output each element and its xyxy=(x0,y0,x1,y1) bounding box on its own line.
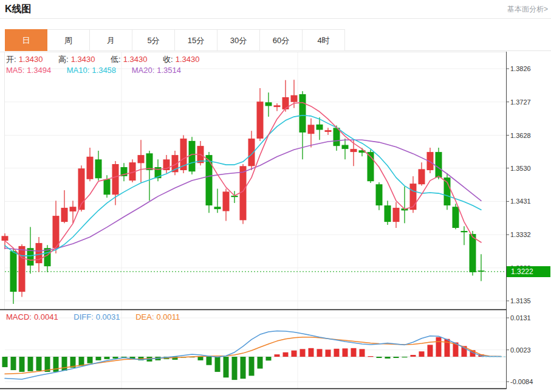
macd-bar-positive xyxy=(368,356,374,357)
macd-bar-negative xyxy=(377,357,382,358)
macd-bar-positive xyxy=(317,349,323,357)
macd-row: MACD:0.0041 DIFF:0.0031 DEA:0.0011 xyxy=(6,312,182,322)
macd-bar-positive xyxy=(351,348,357,357)
candle-body-down xyxy=(95,159,102,178)
candle-body-up xyxy=(70,207,77,211)
axis-tick-label: 1.3826 xyxy=(510,65,531,72)
close-label: 收: xyxy=(163,55,173,64)
candle-body-up xyxy=(351,149,357,152)
ma20-value: 1.3514 xyxy=(157,66,181,75)
candle-body-up xyxy=(36,243,43,263)
candle-body-up xyxy=(282,97,289,109)
candle-body-down xyxy=(478,270,485,272)
macd-bar-positive xyxy=(419,351,425,357)
macd-bar-positive xyxy=(360,349,365,357)
diff-label: DIFF: xyxy=(74,312,94,322)
axis-tick-label: 1.3727 xyxy=(510,98,531,106)
macd-value: 0.0041 xyxy=(34,312,58,322)
candle-body-down xyxy=(470,234,476,272)
macd-bar-positive xyxy=(343,348,348,357)
axis-tick-label: -0.0084 xyxy=(510,378,533,385)
macd-bar-negative xyxy=(394,357,399,358)
macd-bar-negative xyxy=(385,357,391,359)
candle-body-up xyxy=(53,216,60,248)
high-value: 1.3430 xyxy=(71,55,95,64)
candle-body-down xyxy=(436,152,442,177)
macd-bar-negative xyxy=(266,357,272,360)
macd-bar-positive xyxy=(428,345,433,357)
current-price-tag: 1.3222 xyxy=(507,266,550,277)
macd-bar-positive xyxy=(411,355,416,357)
candle-body-down xyxy=(146,153,153,170)
macd-bar-negative xyxy=(215,357,221,372)
macd-bar-negative xyxy=(11,357,16,370)
candle-body-up xyxy=(291,95,298,102)
candle-body-up xyxy=(61,208,68,222)
macd-bar-negative xyxy=(96,357,101,360)
ma20-label: MA20: xyxy=(132,66,155,75)
macd-bar-negative xyxy=(87,357,93,363)
macd-bar-negative xyxy=(249,357,255,376)
axis-tick-label: 1.3628 xyxy=(510,132,531,139)
ma5-label: MA5: xyxy=(6,66,24,75)
candle-body-down xyxy=(44,248,51,266)
ma-row: MA5:1.3494 MA10:1.3458 MA20:1.3514 xyxy=(6,66,183,75)
macd-bar-negative xyxy=(198,357,204,360)
candle-body-up xyxy=(223,191,230,211)
ma5-value: 1.3494 xyxy=(27,66,51,75)
macd-bar-negative xyxy=(62,357,67,371)
candle-body-up xyxy=(325,130,332,132)
axis-tick-label: 0.0023 xyxy=(510,346,531,354)
macd-bar-negative xyxy=(113,357,118,359)
candle-body-down xyxy=(317,125,323,130)
candle-body-down xyxy=(10,251,17,292)
candle-body-down xyxy=(299,94,306,132)
candle-body-up xyxy=(308,125,315,134)
macd-bar-negative xyxy=(19,357,25,372)
macd-bar-negative xyxy=(207,357,212,365)
candle-body-up xyxy=(419,169,425,184)
open-value: 1.3430 xyxy=(19,55,43,64)
high-label: 高: xyxy=(58,55,69,64)
candle-body-down xyxy=(342,145,349,150)
candle-body-up xyxy=(393,208,400,222)
macd-bar-positive xyxy=(436,337,442,357)
low-label: 低: xyxy=(111,55,121,64)
candle-body-up xyxy=(2,236,9,241)
candle-body-down xyxy=(461,231,468,232)
candle-body-down xyxy=(104,179,111,194)
diff-value: 0.0031 xyxy=(96,312,120,322)
dea-value: 0.0011 xyxy=(157,312,180,322)
candle-body-down xyxy=(214,207,221,209)
candle-body-up xyxy=(19,246,26,292)
macd-bar-negative xyxy=(2,357,8,367)
dea-label: DEA: xyxy=(135,312,154,322)
candle-body-up xyxy=(410,184,417,210)
ohlc-row: 开:1.3430 高:1.3430 低:1.3430 收:1.3430 xyxy=(6,54,202,65)
candle-body-up xyxy=(274,105,281,107)
candle-body-down xyxy=(189,141,196,171)
macd-bar-negative xyxy=(241,357,246,379)
candle-body-up xyxy=(112,164,119,194)
macd-bar-positive xyxy=(326,349,331,357)
macd-bar-positive xyxy=(334,349,340,357)
axis-tick-label: 1.3530 xyxy=(510,165,531,172)
macd-bar-positive xyxy=(275,354,280,357)
axis-tick-label: 1.3431 xyxy=(510,198,531,205)
candle-body-up xyxy=(87,157,94,179)
macd-label: MACD: xyxy=(6,312,32,322)
close-value: 1.3430 xyxy=(176,55,200,64)
macd-bar-negative xyxy=(104,357,110,359)
candle-body-down xyxy=(385,205,391,222)
macd-bar-positive xyxy=(309,348,314,357)
ma10-value: 1.3458 xyxy=(92,66,116,75)
open-label: 开: xyxy=(6,55,16,64)
macd-bar-positive xyxy=(292,351,297,357)
candle-body-down xyxy=(265,102,272,106)
macd-bar-negative xyxy=(28,357,33,371)
candle-body-up xyxy=(240,166,247,220)
macd-bar-negative xyxy=(224,357,229,377)
axis-tick-label: 0.0131 xyxy=(510,314,531,322)
macd-bar-negative xyxy=(258,357,263,369)
axis-tick-label: 1.3135 xyxy=(510,297,531,304)
